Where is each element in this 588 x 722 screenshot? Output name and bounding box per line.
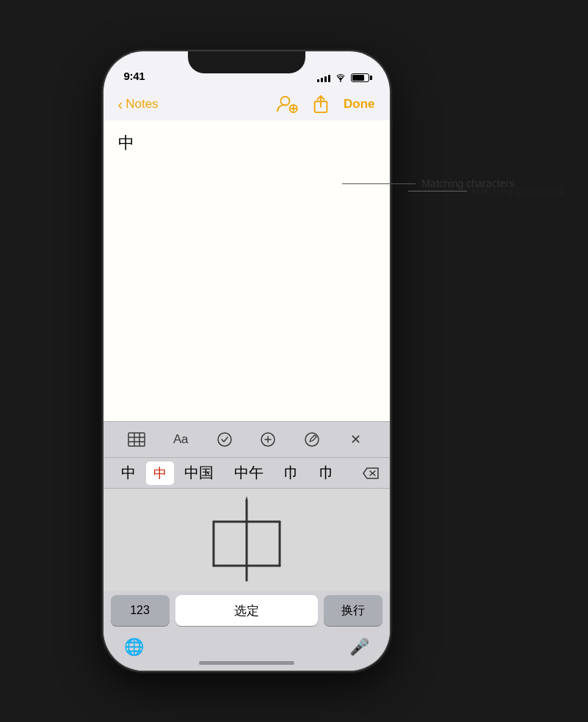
delete-suggestion-icon[interactable] <box>359 463 382 484</box>
signal-bar-1 <box>317 79 319 82</box>
suggestion-zhong-red[interactable]: 中 <box>146 462 174 485</box>
close-keyboard-icon[interactable]: ✕ <box>340 426 372 453</box>
select-key[interactable]: 选定 <box>175 595 318 626</box>
share-icon[interactable] <box>313 95 329 114</box>
handwriting-area[interactable] <box>104 489 390 591</box>
home-indicator <box>199 661 294 665</box>
svg-rect-7 <box>128 433 145 446</box>
nav-back-button[interactable]: ‹ Notes <box>118 97 159 112</box>
battery-fill <box>352 75 365 81</box>
suggestion-zhongwu[interactable]: 中午 <box>224 459 274 487</box>
signal-bar-4 <box>328 75 330 82</box>
wifi-icon <box>335 73 346 82</box>
chevron-left-icon: ‹ <box>118 97 123 112</box>
insert-icon[interactable] <box>252 426 284 453</box>
status-icons <box>317 73 369 82</box>
text-format-icon[interactable]: Aa <box>164 426 197 453</box>
suggestions-row: 中 中 中国 中午 巾 巾 <box>104 458 390 489</box>
table-icon[interactable] <box>120 426 153 453</box>
toolbar: Aa <box>104 421 390 458</box>
done-button[interactable]: Done <box>344 97 375 112</box>
checklist-icon[interactable] <box>208 426 241 453</box>
suggestion-jin2[interactable]: 巾 <box>309 459 344 487</box>
svg-point-12 <box>218 433 231 446</box>
signal-bars <box>317 73 330 82</box>
signal-bar-2 <box>321 78 323 82</box>
nav-bar: ‹ Notes Done <box>104 88 390 120</box>
add-collaborator-icon[interactable] <box>276 95 298 114</box>
svg-point-0 <box>340 81 341 82</box>
annotation-text: Matching characters <box>421 178 514 189</box>
return-key[interactable]: 换行 <box>324 595 382 626</box>
status-time: 9:41 <box>124 70 145 82</box>
battery-icon <box>351 73 369 82</box>
microphone-icon[interactable]: 🎤 <box>349 638 369 657</box>
keyboard-bottom-row: 123 选定 换行 <box>104 591 390 630</box>
markup-icon[interactable] <box>296 426 328 453</box>
svg-point-16 <box>305 433 319 446</box>
signal-bar-3 <box>324 76 327 82</box>
notch <box>188 51 305 73</box>
suggestion-jin[interactable]: 巾 <box>274 459 309 487</box>
nav-actions: Done <box>276 95 375 114</box>
note-content-area[interactable]: 中 <box>104 120 390 421</box>
svg-point-1 <box>280 97 289 106</box>
globe-icon[interactable]: 🌐 <box>124 638 144 657</box>
nav-back-label: Notes <box>126 97 158 112</box>
numeric-key[interactable]: 123 <box>111 595 170 626</box>
suggestion-zhong[interactable]: 中 <box>111 459 146 487</box>
note-text: 中 <box>118 134 134 152</box>
suggestion-zhongguo[interactable]: 中国 <box>174 459 224 487</box>
